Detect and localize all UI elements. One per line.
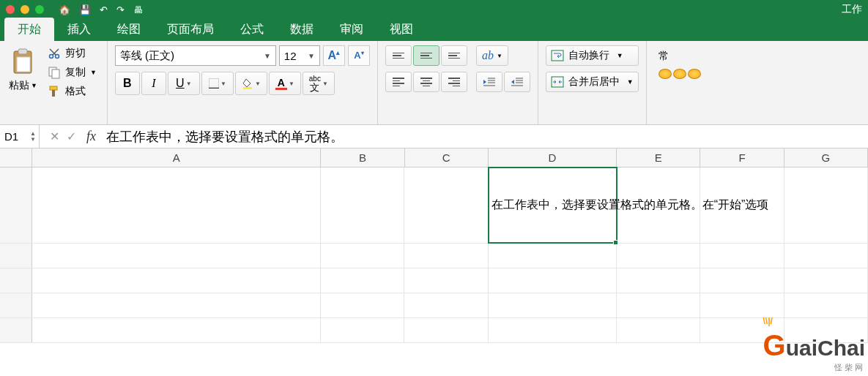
cut-button[interactable]: 剪切 xyxy=(45,45,100,61)
row-header-5[interactable] xyxy=(0,318,32,342)
tab-draw[interactable]: 绘图 xyxy=(104,18,154,41)
font-size-combo[interactable]: 12 ▼ xyxy=(279,45,320,66)
cell-d5[interactable] xyxy=(489,318,617,342)
cell-c3[interactable] xyxy=(404,268,488,293)
tab-review[interactable]: 审阅 xyxy=(327,18,376,41)
merge-center-button[interactable]: 合并后居中 ▼ xyxy=(546,72,639,92)
cell-b2[interactable] xyxy=(321,244,404,268)
copy-button[interactable]: 复制 ▼ xyxy=(45,64,100,80)
italic-button[interactable]: I xyxy=(141,72,166,95)
increase-indent-button[interactable] xyxy=(504,72,530,92)
name-box[interactable]: D1 ▲▼ xyxy=(0,125,40,148)
cell-c1[interactable] xyxy=(404,168,488,243)
cell-g2[interactable] xyxy=(784,244,868,268)
cell-a5[interactable] xyxy=(32,318,321,342)
col-header-c[interactable]: C xyxy=(405,148,489,167)
cell-d4[interactable] xyxy=(489,293,617,317)
align-bottom-button[interactable] xyxy=(441,45,467,66)
fx-icon[interactable]: fx xyxy=(86,129,103,144)
col-header-b[interactable]: B xyxy=(321,148,404,167)
fill-color-button[interactable]: ▼ xyxy=(235,72,267,95)
tab-view[interactable]: 视图 xyxy=(376,18,426,41)
qat-home-icon[interactable]: 🏠 xyxy=(59,4,70,15)
decrease-indent-icon xyxy=(483,77,496,87)
qat-undo-icon[interactable]: ↶ xyxy=(100,4,108,15)
borders-button[interactable]: ▼ xyxy=(201,72,234,95)
decrease-indent-button[interactable] xyxy=(476,72,502,92)
col-header-d[interactable]: D xyxy=(489,148,617,167)
row-header-3[interactable] xyxy=(0,268,32,293)
svg-rect-9 xyxy=(50,86,57,90)
enter-formula-button[interactable]: ✓ xyxy=(67,129,76,143)
fill-handle[interactable] xyxy=(613,240,618,245)
row-2 xyxy=(0,244,868,268)
qat-redo-icon[interactable]: ↷ xyxy=(116,4,125,15)
tab-data[interactable]: 数据 xyxy=(277,18,327,41)
cell-d2[interactable] xyxy=(489,244,617,268)
align-center-button[interactable] xyxy=(413,72,439,92)
cell-a2[interactable] xyxy=(32,244,321,268)
cell-b1[interactable] xyxy=(321,168,404,243)
align-right-button[interactable] xyxy=(441,72,467,92)
font-name-combo[interactable]: 等线 (正文) ▼ xyxy=(115,45,276,66)
namebox-stepper-icon[interactable]: ▲▼ xyxy=(30,131,39,143)
cell-d3[interactable] xyxy=(489,268,617,293)
cell-f2[interactable] xyxy=(700,244,784,268)
bold-button[interactable]: B xyxy=(115,72,140,95)
cell-d1[interactable]: 在工作表中，选择要设置格式的单元格。在“开始”选项 xyxy=(489,168,617,243)
align-left-button[interactable] xyxy=(385,72,412,92)
select-all-corner[interactable] xyxy=(0,148,32,167)
font-color-button[interactable]: A▼ xyxy=(269,72,301,95)
qat-save-icon[interactable]: 💾 xyxy=(79,4,91,15)
cell-g1[interactable] xyxy=(784,168,868,243)
cell-c4[interactable] xyxy=(404,293,488,317)
cell-c2[interactable] xyxy=(404,244,488,268)
cancel-formula-button[interactable]: ✕ xyxy=(50,129,59,143)
row-header-4[interactable] xyxy=(0,293,32,317)
cell-f3[interactable] xyxy=(700,268,784,293)
cell-b5[interactable] xyxy=(321,318,404,342)
format-painter-button[interactable]: 格式 xyxy=(45,83,100,99)
phonetic-guide-button[interactable]: abc文▼ xyxy=(303,72,335,95)
number-format-combo[interactable]: 常 xyxy=(659,50,701,63)
minimize-window-button[interactable] xyxy=(21,5,29,14)
cell-c5[interactable] xyxy=(404,318,488,342)
cell-a3[interactable] xyxy=(32,268,321,293)
close-window-button[interactable] xyxy=(6,5,15,14)
wrap-text-button[interactable]: 自动换行 ▼ xyxy=(546,45,639,66)
col-header-e[interactable]: E xyxy=(617,148,700,167)
copy-dropdown-icon[interactable]: ▼ xyxy=(90,69,97,76)
cell-e5[interactable] xyxy=(617,318,700,342)
col-header-f[interactable]: F xyxy=(700,148,784,167)
cell-g3[interactable] xyxy=(784,268,868,293)
traffic-lights xyxy=(6,5,44,14)
cell-e4[interactable] xyxy=(617,293,700,317)
paste-button[interactable]: 粘贴▼ xyxy=(7,45,39,99)
underline-button[interactable]: U▼ xyxy=(168,72,200,95)
cell-a1[interactable] xyxy=(32,168,321,243)
cell-a4[interactable] xyxy=(32,293,321,317)
cell-b3[interactable] xyxy=(321,268,404,293)
align-top-button[interactable] xyxy=(385,45,412,66)
orientation-button[interactable]: ab▼ xyxy=(476,45,508,66)
paste-dropdown-icon[interactable]: ▼ xyxy=(31,82,37,89)
tab-formulas[interactable]: 公式 xyxy=(227,18,277,41)
zoom-window-button[interactable] xyxy=(35,5,44,14)
shrink-font-button[interactable]: A▾ xyxy=(348,45,370,66)
worksheet-grid[interactable]: A B C D E F G 在工作表中，选择要设置格式的单元格。在“开始”选项 xyxy=(0,148,868,343)
row-header-2[interactable] xyxy=(0,244,32,268)
row-header-1[interactable] xyxy=(0,168,32,243)
grow-font-button[interactable]: A▴ xyxy=(323,45,345,66)
cell-e3[interactable] xyxy=(617,268,700,293)
tab-home[interactable]: 开始 xyxy=(4,18,54,41)
tab-pagelayout[interactable]: 页面布局 xyxy=(154,18,227,41)
col-header-g[interactable]: G xyxy=(784,148,868,167)
align-middle-button[interactable] xyxy=(413,45,439,66)
tab-insert[interactable]: 插入 xyxy=(54,18,104,41)
qat-print-icon[interactable]: 🖶 xyxy=(133,4,143,15)
cell-b4[interactable] xyxy=(321,293,404,317)
formula-input[interactable]: 在工作表中，选择要设置格式的单元格。 xyxy=(103,128,868,146)
col-header-a[interactable]: A xyxy=(32,148,321,167)
cell-e2[interactable] xyxy=(617,244,700,268)
watermark: \\|/ GuaiChai 怪柴网 xyxy=(763,304,865,373)
